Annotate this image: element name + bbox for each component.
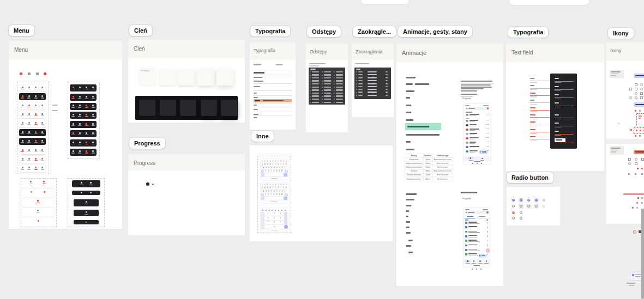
radio-button[interactable]: [527, 199, 530, 202]
type-spec-line: [254, 77, 262, 78]
frame-inne[interactable]: 1234567890QWERTYUIOPASDFGHJKLZXCVBNM1234…: [250, 145, 393, 241]
field-caption: [530, 82, 537, 83]
field-label: [555, 94, 559, 95]
radio-button[interactable]: [520, 199, 522, 202]
radio-button[interactable]: [512, 217, 515, 219]
frame-label-radio-button[interactable]: Radio button: [507, 172, 553, 183]
highlight-text: [255, 100, 260, 101]
radio-button[interactable]: [512, 211, 515, 214]
cell-text: [312, 95, 319, 97]
cutoff-frame-label-1[interactable]: [361, 0, 409, 4]
figma-canvas[interactable]: Menu Cień Progress Typografia Inne Odstę…: [0, 0, 644, 299]
frame-typografia[interactable]: Typografia: [250, 42, 296, 130]
icon-specimen: [641, 173, 643, 175]
cell-text: [386, 86, 388, 88]
pill-label: [89, 185, 93, 185]
menu-bar-item: [41, 167, 44, 170]
divider: [254, 112, 292, 112]
radio-button[interactable]: [520, 217, 522, 219]
frame-label-progress[interactable]: Progress: [129, 138, 165, 149]
frame-label-typografia-2[interactable]: Typografia: [508, 27, 548, 38]
keyboard-key: T: [272, 187, 274, 190]
note-line: [611, 74, 618, 75]
menu-bar-item: [78, 96, 81, 99]
cell-text: [386, 91, 388, 93]
chip-text: [635, 75, 644, 76]
scrollbar[interactable]: [641, 209, 644, 299]
frame-label-zaokraglenia[interactable]: Zaokrągle...: [353, 26, 396, 37]
frame-label-odstepy[interactable]: Odstępy: [307, 26, 341, 37]
cell-icon: [356, 86, 357, 87]
row-meta: [486, 124, 489, 125]
file-icon: [465, 235, 467, 237]
motion-table-cell: Begin and end on screen: [432, 157, 453, 161]
frame-animacje-title: Animacje: [402, 50, 426, 56]
chip-icon: [479, 255, 480, 256]
frame-progress[interactable]: Progress: [128, 154, 245, 235]
caption-line: [629, 285, 634, 286]
contact-sub: [470, 148, 475, 148]
field-caption: [555, 135, 561, 136]
keyboard-key: [261, 197, 265, 200]
keyboard-key: M: [281, 193, 283, 196]
motion-table-cell: Emphasized decelerate: [405, 161, 423, 165]
radio-button[interactable]: [527, 205, 530, 208]
radio-button[interactable]: [535, 199, 538, 202]
menu-item-label: [34, 160, 38, 161]
nav-label: [480, 160, 484, 161]
contact-sub: [470, 139, 475, 139]
frame-text-field[interactable]: Text field: [506, 44, 604, 171]
radio-button[interactable]: [512, 205, 515, 208]
cell-text: [312, 87, 319, 88]
cell-text: [336, 83, 343, 85]
menu-item-label: [27, 97, 31, 99]
radio-button[interactable]: [543, 205, 545, 208]
motion-table-cell: 200ms: [423, 177, 432, 181]
frame-label-ikony[interactable]: Ikony: [608, 28, 634, 39]
radio-button[interactable]: [535, 205, 538, 208]
menu-item-label: [71, 152, 75, 154]
menu-bar-item: [27, 149, 31, 152]
keyboard-key: [284, 197, 288, 200]
frame-label-animacje[interactable]: Animacje, gesty, stany: [398, 26, 472, 37]
motion-table-cell: 400ms: [423, 161, 432, 165]
section-chip-blue: [634, 74, 644, 78]
paragraph-line: [461, 88, 484, 89]
chip-label: [482, 255, 485, 257]
contact-name: [470, 142, 476, 143]
frame-label-cien[interactable]: Cień: [129, 25, 152, 36]
cell-text: [336, 74, 343, 76]
frame-radio-button[interactable]: [507, 187, 560, 225]
menu-bar-item: [78, 114, 81, 117]
avatar: [466, 137, 468, 140]
note-line: [611, 150, 618, 151]
cell-text: [312, 74, 319, 76]
keyboard-key: K: [281, 190, 283, 193]
frame-cien[interactable]: Cień Title Regular: [128, 40, 245, 123]
file-name: [468, 235, 477, 236]
frame-zaokraglenia[interactable]: Zaokrąglenia: [352, 44, 394, 117]
menu-item-icon: [22, 95, 23, 97]
chip-button: [479, 150, 488, 154]
cell-icon: [334, 99, 335, 100]
menu-item-icon: [35, 113, 37, 115]
frame-odstepy[interactable]: Odstępy: [306, 44, 348, 132]
radio-button[interactable]: [520, 211, 522, 214]
keyboard-key: [268, 173, 281, 176]
menu-bar-item: [41, 122, 44, 125]
cell-text: [312, 102, 319, 103]
radio-button[interactable]: [543, 199, 545, 202]
frame-label-inne[interactable]: Inne: [251, 131, 274, 142]
frame-label-typografia[interactable]: Typografia: [250, 26, 290, 36]
cutoff-frame-label-2[interactable]: [509, 0, 589, 5]
cell-text: [386, 74, 388, 76]
frame-label-menu[interactable]: Menu: [9, 25, 34, 36]
cell-text: [358, 89, 363, 90]
android-nav-icon: [472, 269, 473, 270]
keyboard-key: P: [285, 187, 287, 190]
radio-button[interactable]: [520, 205, 522, 208]
radio-button[interactable]: [512, 199, 515, 202]
frame-animacje[interactable]: Animacje PrzykładEasingDurationTransitio…: [396, 44, 503, 286]
frame-ikony[interactable]: Ikony: [606, 42, 644, 224]
frame-menu[interactable]: Menu: [9, 41, 122, 229]
